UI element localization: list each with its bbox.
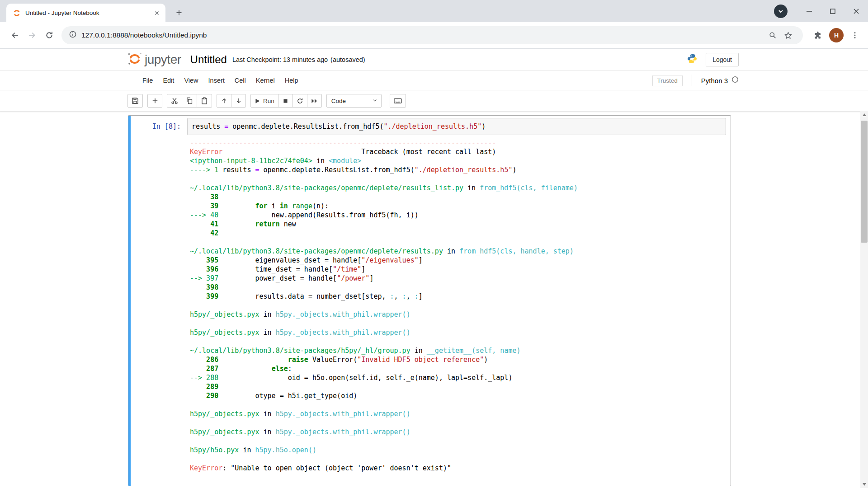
jupyter-logo-text: jupyter xyxy=(145,52,181,67)
reload-button[interactable] xyxy=(41,27,58,44)
menu-item-insert[interactable]: Insert xyxy=(203,72,230,89)
traceback-line: KeyError Traceback (most recent call las… xyxy=(190,147,728,156)
traceback-line: ---> 40 new.append(Results.from_hdf5(fh,… xyxy=(190,211,728,220)
menu-item-kernel[interactable]: Kernel xyxy=(251,72,280,89)
traceback-line: h5py/h5o.pyx in h5py.h5o.open() xyxy=(190,446,728,455)
notebook-toolbar: Run Code xyxy=(127,90,741,111)
code-input-line: results = openmc.deplete.ResultsList.fro… xyxy=(192,122,722,131)
traceback-line xyxy=(190,174,728,183)
paste-cell-button[interactable] xyxy=(197,94,212,108)
save-button[interactable] xyxy=(127,94,143,108)
minimize-button[interactable] xyxy=(797,2,821,20)
traceback-line: h5py/_objects.pyx in h5py._objects.with_… xyxy=(190,310,728,319)
browser-tab[interactable]: Untitled - Jupyter Notebook xyxy=(6,4,165,22)
new-tab-button[interactable] xyxy=(173,6,185,19)
autosave-status: (autosaved) xyxy=(330,56,365,63)
traceback-line: --> 288 oid = h5o.open(self.id, self._e(… xyxy=(190,373,728,382)
traceback-line: 287 else: xyxy=(190,364,728,373)
menu-item-view[interactable]: View xyxy=(179,72,203,89)
tab-strip: Untitled - Jupyter Notebook xyxy=(0,0,868,22)
zoom-icon[interactable] xyxy=(765,28,780,43)
bookmark-star-icon[interactable] xyxy=(780,28,796,43)
cell-output-row: ----------------------------------------… xyxy=(131,138,728,473)
jupyter-logo-icon xyxy=(127,52,143,68)
trusted-badge[interactable]: Trusted xyxy=(652,75,683,86)
add-cell-button[interactable] xyxy=(147,94,162,108)
traceback-line: KeyError: "Unable to open object (object… xyxy=(190,464,728,473)
scrollbar-thumb[interactable] xyxy=(861,121,868,243)
traceback-line: --> 397 power_dset = handle["/power"] xyxy=(190,274,728,283)
traceback-line xyxy=(190,337,728,346)
traceback-line: ~/.local/lib/python3.8/site-packages/ope… xyxy=(190,247,728,256)
run-label: Run xyxy=(263,98,274,104)
logout-button[interactable]: Logout xyxy=(706,53,739,66)
cell-type-select[interactable]: Code xyxy=(326,94,382,108)
move-cell-down-button[interactable] xyxy=(231,94,246,108)
traceback-line: 41 return new xyxy=(190,220,728,229)
forward-button[interactable] xyxy=(24,27,41,44)
profile-avatar[interactable]: H xyxy=(829,28,844,42)
traceback-line: ----> 1 results = openmc.deplete.Results… xyxy=(190,165,728,174)
scroll-up-arrow-icon[interactable] xyxy=(860,111,868,118)
code-cell[interactable]: In [8]: results = openmc.deplete.Results… xyxy=(128,115,731,486)
traceback-line: ~/.local/lib/python3.8/site-packages/ope… xyxy=(190,183,728,192)
restart-run-all-button[interactable] xyxy=(307,94,322,108)
address-bar[interactable]: 127.0.0.1:8888/notebooks/Untitled.ipynb xyxy=(61,26,803,44)
scroll-down-arrow-icon[interactable] xyxy=(860,480,868,488)
menu-item-cell[interactable]: Cell xyxy=(230,72,251,89)
url-text: 127.0.0.1:8888/notebooks/Untitled.ipynb xyxy=(81,31,207,39)
traceback-line: h5py/_objects.pyx in h5py._objects.with_… xyxy=(190,427,728,436)
traceback-line xyxy=(190,436,728,446)
notebook-title[interactable]: Untitled xyxy=(190,53,227,66)
maximize-button[interactable] xyxy=(821,2,844,20)
menubar-divider xyxy=(692,75,692,86)
input-prompt: In [8]: xyxy=(131,118,187,135)
traceback-line xyxy=(190,238,728,247)
traceback-line: 289 xyxy=(190,382,728,391)
traceback-line: 42 xyxy=(190,229,728,238)
cell-input-row: In [8]: results = openmc.deplete.Results… xyxy=(131,118,728,135)
traceback-line: 398 xyxy=(190,283,728,292)
menu-item-edit[interactable]: Edit xyxy=(158,72,179,89)
tab-close-icon[interactable] xyxy=(152,8,162,18)
command-palette-button[interactable] xyxy=(390,94,406,108)
traceback-line: 39 for i in range(n): xyxy=(190,202,728,211)
traceback-line: ~/.local/lib/python3.8/site-packages/h5p… xyxy=(190,346,728,355)
traceback-line: 290 otype = h5i.get_type(oid) xyxy=(190,391,728,400)
menu-item-file[interactable]: File xyxy=(137,72,158,89)
menu-item-help[interactable]: Help xyxy=(280,72,303,89)
page-scrollbar[interactable] xyxy=(860,111,868,488)
code-editor[interactable]: results = openmc.deplete.ResultsList.fro… xyxy=(187,118,726,135)
browser-menu-kebab-icon[interactable] xyxy=(846,27,863,44)
traceback-line xyxy=(190,400,728,409)
traceback-line: 395 eigenvalues_dset = handle["/eigenval… xyxy=(190,256,728,265)
output-prompt xyxy=(131,138,187,473)
back-button[interactable] xyxy=(6,27,24,44)
menubar: FileEditViewInsertCellKernelHelp Trusted… xyxy=(127,71,741,90)
notebook-area: In [8]: results = openmc.deplete.Results… xyxy=(0,112,868,486)
traceback-line xyxy=(190,418,728,427)
browser-window: Untitled - Jupyter Notebook xyxy=(0,0,868,49)
close-button[interactable] xyxy=(844,2,868,20)
jupyter-favicon-icon xyxy=(13,9,21,17)
move-cell-up-button[interactable] xyxy=(217,94,231,108)
traceback-line: 399 results.data = number_dset[step, :, … xyxy=(190,292,728,301)
chevron-down-icon xyxy=(372,98,377,104)
site-info-icon[interactable] xyxy=(69,30,77,40)
extensions-icon[interactable] xyxy=(809,27,826,44)
kernel-idle-icon xyxy=(731,76,739,85)
traceback-line: h5py/_objects.pyx in h5py._objects.with_… xyxy=(190,328,728,337)
restart-kernel-button[interactable] xyxy=(292,94,307,108)
interrupt-kernel-button[interactable] xyxy=(278,94,293,108)
python-logo-icon xyxy=(687,53,698,66)
browser-toolbar: 127.0.0.1:8888/notebooks/Untitled.ipynb xyxy=(0,22,868,49)
traceback-line: <ipython-input-8-11bc2c74fe04> in <modul… xyxy=(190,156,728,165)
jupyter-logo[interactable]: jupyter xyxy=(127,52,181,68)
copy-cell-button[interactable] xyxy=(182,94,197,108)
cut-cell-button[interactable] xyxy=(167,94,182,108)
traceback-line: 396 time_dset = handle["/time"] xyxy=(190,265,728,274)
run-cell-button[interactable]: Run xyxy=(250,94,278,108)
media-controls-button[interactable] xyxy=(774,5,788,18)
cell-type-value: Code xyxy=(331,98,346,104)
traceback-line: h5py/_objects.pyx in h5py._objects.with_… xyxy=(190,409,728,418)
